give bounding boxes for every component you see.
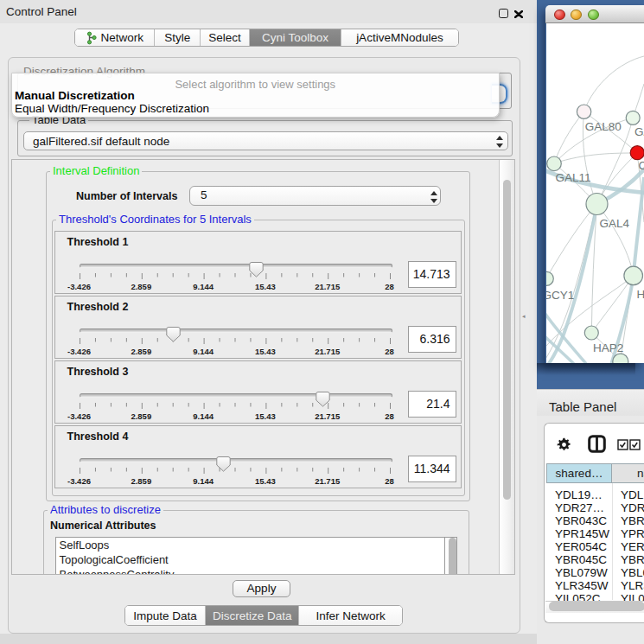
svg-text:GCY1: GCY1 — [546, 289, 574, 302]
svg-text:GAL11: GAL11 — [556, 171, 591, 184]
svg-text:H: H — [637, 288, 644, 301]
svg-text:GAL80: GAL80 — [585, 120, 622, 133]
svg-text:GAL4: GAL4 — [600, 217, 630, 230]
svg-text:HAP2: HAP2 — [593, 341, 623, 354]
svg-text:GA: GA — [634, 125, 644, 138]
svg-text:C: C — [638, 159, 644, 172]
